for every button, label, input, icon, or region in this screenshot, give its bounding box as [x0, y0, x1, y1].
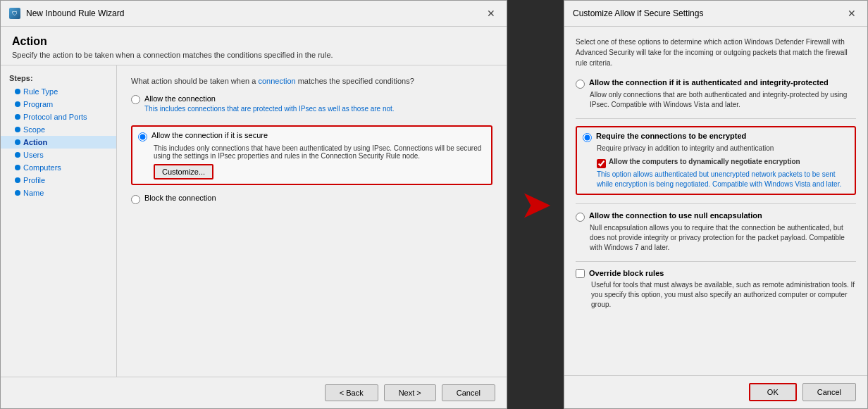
allow-connection-radio[interactable] [131, 95, 140, 104]
dot-icon [15, 165, 20, 170]
override-desc: Useful for tools that must always be ava… [591, 280, 856, 310]
sidebar-item-users[interactable]: Users [1, 149, 116, 161]
sidebar-rule-type-label: Rule Type [23, 87, 58, 96]
right-dialog: Customize Allow if Secure Settings ✕ Sel… [564, 0, 868, 409]
sidebar-item-program[interactable]: Program [1, 98, 116, 111]
sidebar-item-rule-type[interactable]: Rule Type [1, 85, 116, 98]
right-close-button[interactable]: ✕ [845, 6, 859, 20]
dot-icon [15, 127, 20, 132]
sidebar-item-profile[interactable]: Profile [1, 174, 116, 187]
right-dialog-title: Customize Allow if Secure Settings [573, 8, 703, 18]
sidebar-users-label: Users [23, 151, 44, 159]
page-title: Action [12, 35, 495, 48]
allow-connection-sublabel: This includes connections that are prote… [144, 105, 395, 113]
allow-connection-label[interactable]: Allow the connection [144, 94, 216, 103]
allow-authenticated-row: Allow the connection if it is authentica… [576, 78, 856, 89]
allow-authenticated-label[interactable]: Allow the connection if it is authentica… [589, 78, 829, 87]
allow-if-secure-description: This includes only connections that have… [154, 144, 485, 160]
cancel-button[interactable]: Cancel [442, 384, 495, 401]
sidebar-profile-label: Profile [23, 176, 45, 184]
dot-icon [15, 89, 20, 94]
left-dialog-title: New Inbound Rule Wizard [26, 8, 478, 18]
block-connection-label[interactable]: Block the connection [144, 194, 216, 202]
dynamic-encrypt-checkbox[interactable] [597, 159, 606, 168]
allow-authenticated-radio[interactable] [576, 80, 585, 89]
next-button[interactable]: Next > [384, 384, 436, 401]
main-content: What action should be taken when a conne… [117, 65, 507, 377]
null-encapsulation-desc: Null encapsulation allows you to require… [590, 223, 856, 253]
left-close-button[interactable]: ✕ [484, 6, 498, 20]
connection-link[interactable]: connection [258, 77, 295, 85]
allow-if-secure-radio[interactable] [138, 132, 147, 141]
divider-3 [576, 261, 856, 262]
sidebar-item-scope[interactable]: Scope [1, 123, 116, 136]
dot-icon [15, 190, 20, 196]
require-encrypted-radio[interactable] [583, 133, 592, 142]
divider-2 [576, 203, 856, 204]
sub-checkbox-row: Allow the computers to dynamically negot… [597, 158, 849, 168]
require-encrypted-desc: Require privacy in addition to integrity… [597, 144, 849, 153]
right-content: Select one of these options to determine… [564, 27, 867, 375]
left-dialog-footer: < Back Next > Cancel [1, 377, 507, 408]
sidebar-protocol-label: Protocol and Ports [23, 113, 87, 121]
override-label[interactable]: Override block rules [589, 269, 664, 277]
right-description: Select one of these options to determine… [576, 37, 856, 68]
back-button[interactable]: < Back [325, 384, 378, 401]
sidebar-item-action[interactable]: Action [1, 136, 116, 149]
override-section: Override block rules Useful for tools th… [576, 269, 856, 310]
override-checkbox[interactable] [576, 269, 585, 278]
right-cancel-button[interactable]: Cancel [802, 383, 856, 401]
allow-connection-option: Allow the connection This includes conne… [131, 94, 492, 113]
sidebar-item-protocol-ports[interactable]: Protocol and Ports [1, 111, 116, 123]
null-encapsulation-label[interactable]: Allow the connection to use null encapsu… [589, 211, 762, 220]
sidebar-name-label: Name [23, 189, 44, 197]
block-connection-option: Block the connection [131, 194, 492, 204]
null-encapsulation-option: Allow the connection to use null encapsu… [576, 211, 856, 253]
dot-icon [15, 152, 20, 158]
dialog-body: Steps: Rule Type Program Protocol and Po… [1, 65, 507, 377]
right-titlebar: Customize Allow if Secure Settings ✕ [564, 1, 867, 27]
dot-icon [15, 101, 20, 107]
right-dialog-footer: OK Cancel [564, 375, 867, 408]
left-titlebar: 🛡 New Inbound Rule Wizard ✕ [1, 1, 507, 27]
dynamic-encrypt-desc: This option allows authenticated but une… [597, 170, 849, 189]
allow-authenticated-option: Allow the connection if it is authentica… [576, 78, 856, 110]
dynamic-encrypt-label[interactable]: Allow the computers to dynamically negot… [609, 158, 800, 165]
divider-1 [576, 118, 856, 119]
question-text: What action should be taken when a conne… [131, 77, 492, 85]
null-encapsulation-radio[interactable] [576, 213, 585, 222]
ok-button[interactable]: OK [749, 383, 797, 401]
wizard-icon: 🛡 [9, 8, 20, 19]
override-row: Override block rules [576, 269, 856, 278]
block-connection-radio[interactable] [131, 195, 140, 204]
sidebar-computers-label: Computers [23, 163, 61, 172]
sidebar-item-name[interactable]: Name [1, 187, 116, 199]
arrow-container: ➤ [507, 0, 564, 409]
header-description: Specify the action to be taken when a co… [12, 51, 495, 59]
left-dialog: 🛡 New Inbound Rule Wizard ✕ Action Speci… [0, 0, 507, 409]
require-encrypted-option: Require the connections to be encrypted … [576, 126, 856, 195]
dot-icon [15, 114, 20, 120]
allow-if-secure-label[interactable]: Allow the connection if it is secure [151, 131, 268, 139]
sidebar: Steps: Rule Type Program Protocol and Po… [1, 65, 117, 377]
sidebar-item-computers[interactable]: Computers [1, 161, 116, 174]
customize-button[interactable]: Customize... [154, 164, 213, 180]
dot-icon [15, 177, 20, 183]
steps-label: Steps: [1, 71, 116, 85]
allow-if-secure-option: Allow the connection if it is secure Thi… [131, 125, 492, 185]
require-encrypted-row: Require the connections to be encrypted [583, 132, 849, 142]
arrow-icon: ➤ [521, 185, 550, 225]
require-encrypted-label[interactable]: Require the connections to be encrypted [596, 132, 746, 140]
sidebar-program-label: Program [23, 100, 53, 108]
dialog-header: Action Specify the action to be taken wh… [1, 27, 507, 65]
dot-icon [15, 139, 20, 145]
sidebar-scope-label: Scope [23, 125, 45, 134]
null-encapsulation-row: Allow the connection to use null encapsu… [576, 211, 856, 222]
sidebar-action-label: Action [23, 138, 47, 146]
allow-authenticated-desc: Allow only connections that are both aut… [590, 90, 856, 110]
allow-if-secure-row: Allow the connection if it is secure [138, 131, 485, 141]
